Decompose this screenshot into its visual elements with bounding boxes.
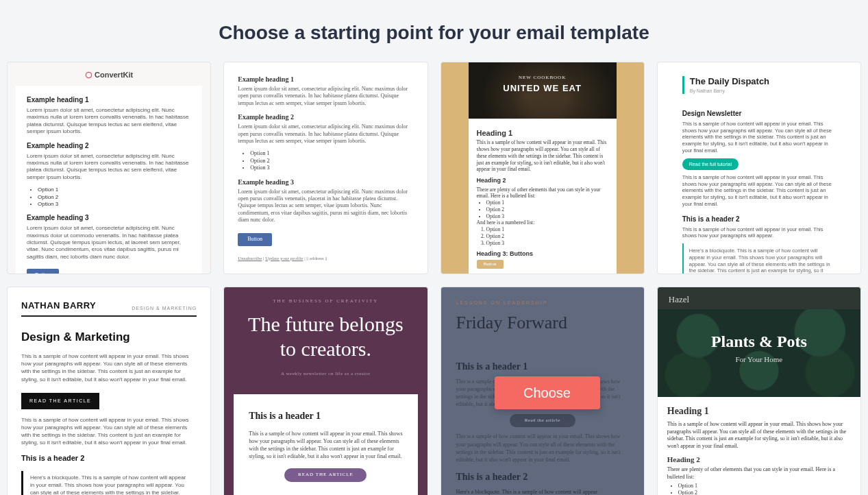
template-grid: ConvertKit Example heading 1 Lorem ipsum… [0,62,868,495]
paragraph: Lorem ipsum dolor sit amet, consectetur … [238,123,413,145]
paragraph: And here is a numbered list: [477,219,608,226]
template-card-3[interactable]: NEW COOKBOOK UNITED WE EAT Heading 1 Thi… [441,62,645,274]
paragraph: This is a sample of how content will app… [21,352,197,383]
tag: NEW COOKBOOK [469,75,617,80]
paragraph: This is a sample of how content will app… [21,416,197,447]
paragraph: There are plenty of other elements that … [477,186,608,200]
panel: This is a header 1 This is a sample of h… [234,394,417,495]
sample-button: Button [477,260,504,269]
heading: Example heading 1 [238,75,413,84]
sample-button: Button [27,269,59,274]
hero-title: Plants & Pots [658,333,860,351]
heading: This is a header 2 [682,215,836,224]
heading: Example heading 2 [27,141,191,150]
template-card-5[interactable]: NATHAN BARRY DESIGN & MARKETING Design &… [7,287,211,495]
hero-title: Friday Forward [456,311,629,335]
choose-button[interactable]: Choose [495,376,600,409]
heading: Design & Marketing [21,329,197,346]
paragraph: This is a sample of how content will app… [667,421,851,450]
blockquote: Here's a blockquote. This is a sample of… [456,488,629,495]
svg-point-0 [86,72,91,77]
heading: Heading 2 [477,177,608,185]
blockquote: Here's a blockquote. This is a sample of… [682,243,836,274]
brand-title: The Daily Dispatch [690,76,836,88]
heading: Heading 1 [667,405,851,418]
paragraph: There are plenty of other elements that … [667,466,851,481]
paragraph: This is a sample of how content will app… [682,174,836,208]
template-card-6[interactable]: THE BUSINESS OF CREATIVITY The future be… [223,287,427,495]
paragraph: This is a sample of how content will app… [249,430,402,461]
paragraph: This is a sample of how content will app… [477,139,608,173]
paragraph: Lorem ipsum dolor sit amet, consectetur … [27,107,191,136]
template-card-1[interactable]: ConvertKit Example heading 1 Lorem ipsum… [7,62,211,274]
hero: Plants & Pots For Your Home [658,309,860,397]
template-preview: Heading 1 This is a sample of how conten… [658,397,860,495]
bullet-list: Option 1Option 2Option 3 [250,150,413,171]
hero-title: The future belongs to creators. [238,312,413,361]
sample-button: Read the article [510,414,575,428]
sample-button: READ THE ARTICLE [21,393,99,409]
subtitle: A weekly newsletter on life as a creator [234,371,417,376]
sample-button: Button [238,233,272,245]
paragraph: Lorem ipsum dolor sit amet, consectetur … [238,189,413,224]
heading: Design Newsletter [682,109,836,118]
tag: DESIGN & MARKETING [132,305,197,312]
template-card-8[interactable]: Hazel Plants & Pots For Your Home Headin… [657,287,861,495]
paragraph: Lorem ipsum dolor sit amet, consectetur … [27,225,191,261]
sample-button: READ THE ARTICLE [284,468,367,482]
template-preview: Heading 1 This is a sample of how conten… [469,119,617,274]
heading: This is a header 1 [456,360,629,374]
hero-title: UNITED WE EAT [469,83,617,93]
tag: THE BUSINESS OF CREATIVITY [234,298,417,304]
author: By Nathan Barry [690,88,836,94]
paragraph: This is a sample of how content will app… [682,226,836,240]
bullet-list: Option 1Option 2Option 3 [38,186,191,208]
heading: Heading 2 [667,455,851,465]
template-card-2[interactable]: Example heading 1 Lorem ipsum dolor sit … [223,62,427,274]
heading: Example heading 3 [238,178,413,186]
subtitle: For Your Home [658,355,860,363]
heading: This is a header 1 [249,409,402,423]
heading: Example heading 3 [27,213,191,222]
convertkit-logo: ConvertKit [16,71,202,79]
template-preview: Example heading 1 Lorem ipsum dolor sit … [16,86,202,274]
brand-name: NATHAN BARRY [21,300,96,312]
blockquote: Here's a blockquote. This is a sample of… [21,471,197,495]
sample-button: Read the full tutorial [682,158,739,170]
paragraph: This is a sample of how content will app… [456,433,629,463]
hero: NEW COOKBOOK UNITED WE EAT [469,62,617,119]
template-card-4[interactable]: The Daily Dispatch By Nathan Barry Desig… [657,62,861,274]
brand-name: Hazel [658,287,860,309]
paragraph: Lorem ipsum dolor sit amet, consectetur … [238,86,413,107]
tag: LESSONS ON LEADERSHIP [456,300,629,306]
heading: Heading 4: What's next [477,273,608,274]
paragraph: This is a sample of how content will app… [682,121,836,154]
template-card-7[interactable]: LESSONS ON LEADERSHIP Friday Forward Thi… [441,287,645,495]
page-title: Choose a starting point for your email t… [0,0,868,62]
footer: Unsubscribe | Update your profile | || a… [238,256,413,262]
header: NATHAN BARRY DESIGN & MARKETING [21,300,197,317]
heading: This is a header 2 [456,470,629,484]
paragraph: Lorem ipsum dolor sit amet, consectetur … [27,153,191,182]
heading: This is a header 2 [21,453,197,463]
brand-block: The Daily Dispatch By Nathan Barry [682,76,836,94]
heading: Example heading 1 [27,95,191,104]
heading: Heading 1 [477,128,608,138]
heading: Heading 3: Buttons [477,250,608,258]
heading: Example heading 2 [238,112,413,121]
